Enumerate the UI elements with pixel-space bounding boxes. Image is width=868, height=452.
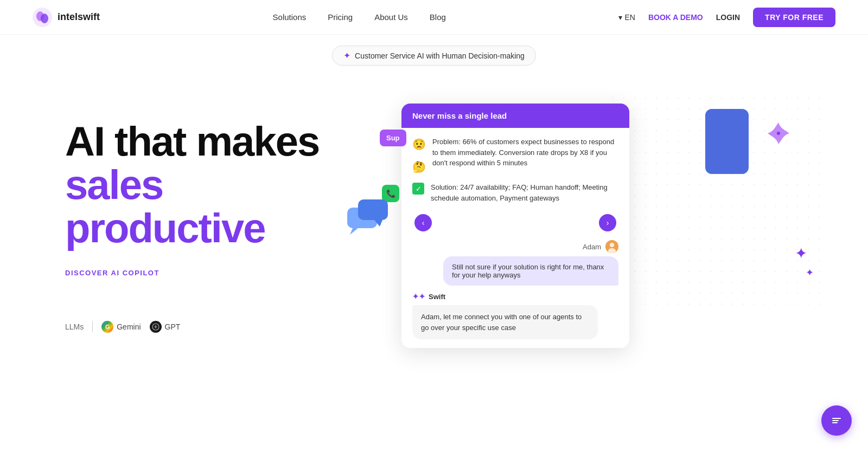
pinwheel-icon	[765, 120, 792, 152]
hero-left: AI that makes sales productive DISCOVER …	[65, 98, 347, 333]
check-icon: ✓	[412, 183, 424, 195]
swift-name: Swift	[429, 293, 445, 301]
chat-widget-button[interactable]	[821, 405, 852, 436]
nav-pricing[interactable]: Pricing	[328, 12, 353, 22]
nav-right: ▾ EN BOOK A DEMO LOGIN TRY FOR FREE	[618, 8, 835, 27]
hero-banner: ✦ Customer Service AI with Human Decisio…	[0, 46, 868, 66]
nav-solutions[interactable]: Solutions	[273, 12, 307, 22]
logo-text: intelswift	[58, 11, 100, 23]
book-demo-link[interactable]: BOOK A DEMO	[648, 13, 703, 22]
swift-message-bubble: Adam, let me connect you with one of our…	[412, 305, 598, 339]
llms-row: LLMs G Gemini GPT	[65, 321, 347, 333]
chat-bubbles-decoration	[347, 199, 391, 240]
llm-divider	[92, 321, 93, 332]
solution-text: Solution: 24/7 availability; FAQ; Human …	[431, 182, 618, 203]
svg-marker-6	[350, 228, 358, 235]
adam-message-bubble: Still not sure if your solution is right…	[443, 256, 618, 286]
chat-card: Never miss a single lead 😟 🤔 Problem: 66…	[401, 104, 629, 348]
chat-body: 😟 🤔 Problem: 66% of customers expect bus…	[401, 128, 629, 348]
adam-name: Adam	[583, 243, 601, 251]
gemini-label: Gemini	[117, 322, 141, 331]
problem-text: Problem: 66% of customers expect busines…	[432, 137, 618, 169]
banner-pill: ✦ Customer Service AI with Human Decisio…	[332, 46, 536, 66]
try-free-button[interactable]: TRY FOR FREE	[753, 8, 835, 27]
chat-header: Never miss a single lead	[401, 104, 629, 128]
hero-section: AI that makes sales productive DISCOVER …	[0, 66, 868, 452]
next-arrow-button[interactable]: ›	[599, 214, 616, 231]
nav-blog[interactable]: Blog	[430, 12, 446, 22]
problem-emoji2: 🤔	[412, 160, 426, 173]
problem-emoji1: 😟	[412, 138, 426, 151]
hero-title-line1: AI that makes	[65, 118, 319, 164]
gpt-icon	[150, 321, 162, 333]
svg-point-2	[41, 14, 48, 23]
gpt-badge: GPT	[150, 321, 181, 333]
discover-link[interactable]: DISCOVER AI COPILOT	[65, 269, 159, 277]
swift-response-container: ✦✦ Swift Adam, let me connect you with o…	[412, 292, 618, 339]
prev-arrow-button[interactable]: ‹	[414, 214, 432, 231]
gemini-icon: G	[101, 321, 113, 333]
adam-message-header: Adam	[412, 240, 618, 253]
hero-title-line3: productive	[65, 206, 347, 250]
chat-nav: ‹ ›	[412, 214, 618, 231]
swift-sparkle-icon: ✦✦	[412, 292, 425, 301]
adam-message-container: Adam Still not sure if your solution is …	[412, 240, 618, 286]
adam-avatar	[605, 240, 618, 253]
navbar: intelswift Solutions Pricing About Us Bl…	[0, 0, 868, 35]
login-button[interactable]: LOGIN	[716, 13, 740, 22]
sup-tab-label: Sup	[386, 134, 400, 142]
gpt-label: GPT	[165, 322, 181, 331]
banner-text: Customer Service AI with Human Decision-…	[355, 51, 525, 60]
llms-label: LLMs	[65, 322, 84, 331]
hero-right: ✦✦ Sup 📞 Never miss a single lead	[380, 93, 825, 348]
sparkle-icon: ✦	[343, 50, 350, 61]
svg-point-10	[610, 243, 614, 247]
sup-tab: Sup	[380, 130, 406, 146]
svg-rect-7	[358, 199, 388, 220]
hero-title-line2: sales	[65, 163, 347, 206]
solution-block: ✓ Solution: 24/7 availability; FAQ; Huma…	[412, 182, 618, 203]
svg-point-4	[777, 132, 780, 135]
problem-block: 😟 🤔 Problem: 66% of customers expect bus…	[412, 137, 618, 173]
chat-header-text: Never miss a single lead	[412, 111, 507, 120]
hero-title: AI that makes sales productive	[65, 120, 347, 249]
bg-blue-card	[705, 109, 749, 174]
logo[interactable]: intelswift	[33, 8, 100, 27]
nav-about[interactable]: About Us	[374, 12, 408, 22]
language-selector[interactable]: ▾ EN	[618, 13, 635, 22]
swift-label: ✦✦ Swift	[412, 292, 618, 301]
nav-links: Solutions Pricing About Us Blog	[273, 12, 446, 22]
stars-decoration: ✦✦	[795, 244, 814, 280]
lang-label: EN	[624, 13, 635, 22]
gemini-badge: G Gemini	[101, 321, 141, 333]
chevron-down-icon: ▾	[618, 13, 622, 22]
